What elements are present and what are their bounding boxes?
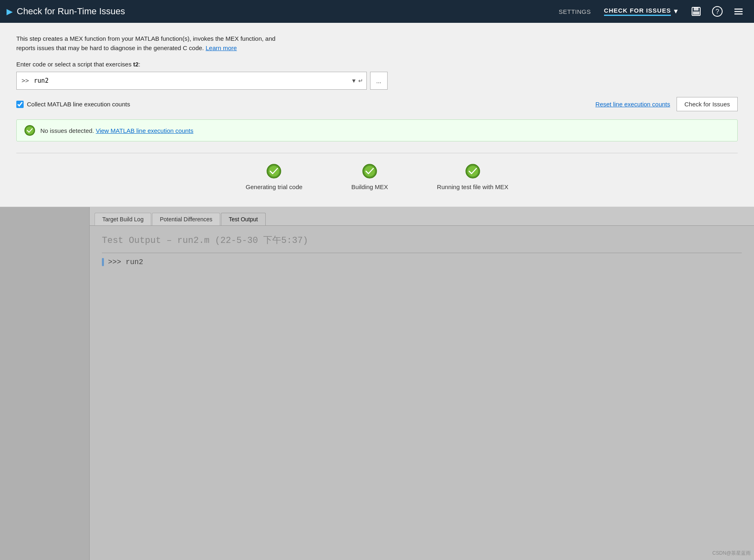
step-running: Running test file with MEX: [437, 163, 508, 190]
browse-button[interactable]: ...: [370, 72, 388, 90]
nav-settings[interactable]: SETTINGS: [559, 8, 591, 15]
svg-rect-1: [694, 7, 699, 11]
checkbox-group: Collect MATLAB line execution counts: [16, 101, 595, 108]
no-issues-message: No issues detected.: [40, 127, 94, 134]
svg-rect-7: [734, 13, 743, 15]
svg-rect-2: [693, 11, 699, 15]
title-bar: ▶ Check for Run-Time Issues SETTINGS CHE…: [0, 0, 754, 23]
svg-rect-6: [734, 11, 743, 12]
watermark: CSDN@茶星蓝雨: [712, 550, 751, 557]
save-icon: [690, 6, 702, 17]
bottom-content: Target Build Log Potential Differences T…: [0, 207, 754, 560]
section-divider: [16, 153, 738, 153]
code-label-funcname: t2: [133, 61, 139, 68]
tabs-bar: Target Build Log Potential Differences T…: [90, 207, 754, 225]
tab-potential-differences[interactable]: Potential Differences: [152, 213, 220, 225]
page-title: Check for Run-Time Issues: [17, 6, 559, 17]
options-row: Collect MATLAB line execution counts Res…: [16, 97, 738, 111]
title-bar-icons: ?: [687, 4, 747, 19]
no-issues-check-icon: [24, 125, 35, 136]
left-sidebar: [0, 207, 90, 560]
no-issues-banner: No issues detected. View MATLAB line exe…: [16, 119, 738, 141]
blue-bar: [102, 258, 104, 266]
test-output-area: Test Output – run2.m (22-5-30 下午5:37) >>…: [90, 225, 754, 560]
tab-target-build-log[interactable]: Target Build Log: [95, 213, 151, 225]
test-output-command: >>> run2: [108, 258, 143, 266]
collect-counts-checkbox[interactable]: [16, 101, 24, 108]
code-label-suffix: :: [139, 61, 140, 68]
step-building-label: Building MEX: [351, 183, 388, 190]
return-arrow-icon[interactable]: ↵: [358, 77, 363, 84]
svg-rect-5: [734, 9, 743, 10]
desc-line2: reports issues that may be hard to diagn…: [16, 44, 204, 51]
code-label: Enter code or select a script that exerc…: [16, 61, 738, 68]
code-input[interactable]: [31, 72, 348, 89]
test-output-title: Test Output – run2.m (22-5-30 下午5:37): [102, 234, 742, 246]
step-generating-icon: [266, 163, 282, 179]
top-nav: SETTINGS CHECK FOR ISSUES ▼: [559, 7, 679, 16]
description: This step creates a MEX function from yo…: [16, 34, 738, 53]
bottom-area: Target Build Log Potential Differences T…: [0, 207, 754, 560]
nav-dropdown-arrow: ▼: [672, 8, 679, 15]
save-button[interactable]: [687, 4, 705, 19]
nav-check-issues-label: CHECK FOR ISSUES: [604, 7, 671, 16]
step-generating: Generating trial code: [246, 163, 302, 190]
step-building-icon: [362, 163, 378, 179]
arrow-icon: ▶: [7, 7, 13, 16]
dropdown-arrow-icon[interactable]: ▼: [351, 77, 357, 84]
step-running-icon: [465, 163, 481, 179]
main-container: This step creates a MEX function from yo…: [0, 23, 754, 560]
test-output-divider: [102, 253, 742, 253]
learn-more-link[interactable]: Learn more: [205, 44, 237, 51]
no-issues-text: No issues detected. View MATLAB line exe…: [40, 127, 194, 134]
check-issues-button[interactable]: Check for Issues: [677, 97, 738, 111]
test-output-cmd-row: >>> run2: [102, 258, 742, 266]
code-prompt: >>: [17, 77, 31, 84]
tab-test-output[interactable]: Test Output: [221, 213, 266, 225]
reset-link[interactable]: Reset line execution counts: [595, 101, 670, 108]
menu-button[interactable]: [730, 4, 747, 19]
nav-check-for-issues[interactable]: CHECK FOR ISSUES ▼: [604, 7, 679, 16]
help-icon: ?: [712, 6, 723, 17]
step-generating-label: Generating trial code: [246, 183, 302, 190]
output-panel: Target Build Log Potential Differences T…: [90, 207, 754, 560]
actions-group: Reset line execution counts Check for Is…: [595, 97, 738, 111]
help-button[interactable]: ?: [708, 4, 726, 19]
step-building: Building MEX: [351, 163, 388, 190]
code-input-wrapper: >> ▼ ↵: [16, 72, 367, 90]
code-label-prefix: Enter code or select a script that exerc…: [16, 61, 133, 68]
menu-icon: [733, 6, 744, 17]
collect-counts-label: Collect MATLAB line execution counts: [27, 101, 130, 108]
top-panel: This step creates a MEX function from yo…: [0, 23, 754, 207]
input-controls: ▼ ↵: [348, 77, 366, 84]
view-execution-counts-link[interactable]: View MATLAB line execution counts: [96, 127, 194, 134]
svg-text:?: ?: [716, 8, 719, 15]
input-row: >> ▼ ↵ ...: [16, 72, 738, 90]
step-running-label: Running test file with MEX: [437, 183, 508, 190]
steps-row: Generating trial code Building MEX Runni…: [16, 163, 738, 194]
desc-line1: This step creates a MEX function from yo…: [16, 35, 276, 42]
